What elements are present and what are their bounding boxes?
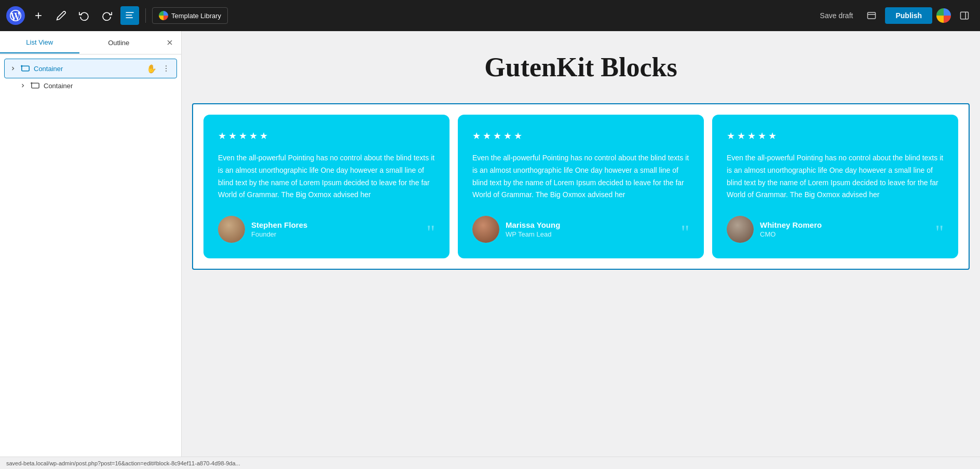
reviewer-info-3: Whitney Romero CMO <box>760 220 822 238</box>
quote-icon-1: " <box>427 222 435 243</box>
content-area: GutenKit Blocks ★ ★ ★ ★ ★ Even the all-p… <box>182 31 980 469</box>
svg-rect-4 <box>126 17 133 18</box>
toggle-sidebar-button[interactable] <box>955 6 974 25</box>
save-draft-button[interactable]: Save draft <box>815 8 859 23</box>
toolbar-divider-1 <box>145 8 146 23</box>
hand-cursor-icon: ✋ <box>146 64 157 74</box>
redo-icon <box>102 10 112 21</box>
reviewer-role-2: WP Team Lead <box>506 230 560 238</box>
status-bar: saved-beta.local/wp-admin/post.php?post=… <box>0 457 980 469</box>
add-block-button[interactable] <box>29 6 48 25</box>
main-toolbar: Template Library Save draft Publish <box>0 0 980 31</box>
chevron-right-icon-2 <box>19 81 27 90</box>
testimonial-footer-2: Marissa Young WP Team Lead " <box>472 216 689 243</box>
sidebar-content: Container ✋ <box>0 54 181 97</box>
testimonial-section: ★ ★ ★ ★ ★ Even the all-powerful Pointing… <box>192 103 970 270</box>
avatar-2 <box>472 216 499 243</box>
container-icon-2 <box>30 81 40 90</box>
reviewer-role-3: CMO <box>760 230 822 238</box>
more-options-icon <box>162 64 170 73</box>
reviewer-info-2: Marissa Young WP Team Lead <box>506 220 560 238</box>
status-url: saved-beta.local/wp-admin/post.php?post=… <box>6 460 240 466</box>
sidebar-toggle-icon <box>960 11 969 20</box>
svg-rect-7 <box>961 12 969 19</box>
plus-icon <box>33 10 44 21</box>
wp-logo-icon <box>10 10 21 21</box>
container-icon-1 <box>20 64 31 73</box>
template-library-label: Template Library <box>171 12 221 20</box>
tools-button[interactable] <box>52 6 71 25</box>
wp-logo[interactable] <box>6 6 25 25</box>
sidebar: List View Outline <box>0 31 182 469</box>
preview-icon <box>867 11 876 20</box>
main-layout: List View Outline <box>0 31 980 469</box>
svg-rect-2 <box>126 12 134 13</box>
undo-button[interactable] <box>75 6 93 25</box>
testimonial-text-1: Even the all-powerful Pointing has no co… <box>218 152 435 201</box>
reviewer-role-1: Founder <box>251 230 307 238</box>
avatar-3 <box>727 216 754 243</box>
gutenkit-icon <box>159 11 168 20</box>
avatar-1 <box>218 216 245 243</box>
tree-label-1: Container <box>34 65 143 73</box>
list-view-icon <box>125 10 135 21</box>
preview-button[interactable] <box>862 6 881 25</box>
svg-rect-5 <box>868 12 876 19</box>
publish-button[interactable]: Publish <box>885 7 932 24</box>
tree-item-options-1[interactable] <box>160 62 172 75</box>
google-account-icon[interactable] <box>936 8 951 23</box>
tree-item-container-2[interactable]: Container <box>4 78 177 93</box>
svg-rect-16 <box>32 83 39 88</box>
sidebar-header: List View Outline <box>0 31 181 54</box>
chevron-right-icon <box>9 64 17 73</box>
stars-2: ★ ★ ★ ★ ★ <box>472 130 689 142</box>
quote-icon-3: " <box>935 222 944 243</box>
close-icon <box>166 38 174 47</box>
testimonial-grid: ★ ★ ★ ★ ★ Even the all-powerful Pointing… <box>203 115 958 258</box>
undo-icon <box>79 10 89 21</box>
pencil-icon <box>56 10 66 21</box>
svg-point-13 <box>166 65 167 66</box>
template-library-button[interactable]: Template Library <box>152 7 228 24</box>
svg-point-17 <box>31 82 32 84</box>
svg-point-12 <box>21 65 22 67</box>
reviewer-name-2: Marissa Young <box>506 220 560 229</box>
tab-outline[interactable]: Outline <box>79 33 159 53</box>
svg-rect-3 <box>126 15 132 16</box>
tree-label-2: Container <box>44 82 173 90</box>
redo-button[interactable] <box>98 6 116 25</box>
close-sidebar-button[interactable] <box>160 33 179 52</box>
svg-point-14 <box>166 68 167 69</box>
testimonial-text-2: Even the all-powerful Pointing has no co… <box>472 152 689 201</box>
tree-item-container-1[interactable]: Container ✋ <box>4 59 177 78</box>
testimonial-footer-3: Whitney Romero CMO " <box>727 216 944 243</box>
testimonial-card-1: ★ ★ ★ ★ ★ Even the all-powerful Pointing… <box>203 115 450 258</box>
testimonial-text-3: Even the all-powerful Pointing has no co… <box>727 152 944 201</box>
stars-1: ★ ★ ★ ★ ★ <box>218 130 435 142</box>
document-overview-button[interactable] <box>120 6 139 25</box>
stars-3: ★ ★ ★ ★ ★ <box>727 130 944 142</box>
testimonial-footer-1: Stephen Flores Founder " <box>218 216 435 243</box>
testimonial-card-3: ★ ★ ★ ★ ★ Even the all-powerful Pointing… <box>712 115 958 258</box>
toolbar-right: Save draft Publish <box>815 6 974 25</box>
svg-point-15 <box>166 71 167 72</box>
reviewer-info-1: Stephen Flores Founder <box>251 220 307 238</box>
page-title: GutenKit Blocks <box>192 52 970 82</box>
testimonial-card-2: ★ ★ ★ ★ ★ Even the all-powerful Pointing… <box>458 115 704 258</box>
quote-icon-2: " <box>681 222 689 243</box>
reviewer-name-3: Whitney Romero <box>760 220 822 229</box>
reviewer-name-1: Stephen Flores <box>251 220 307 229</box>
tab-list-view[interactable]: List View <box>0 32 79 53</box>
svg-rect-11 <box>22 66 29 71</box>
